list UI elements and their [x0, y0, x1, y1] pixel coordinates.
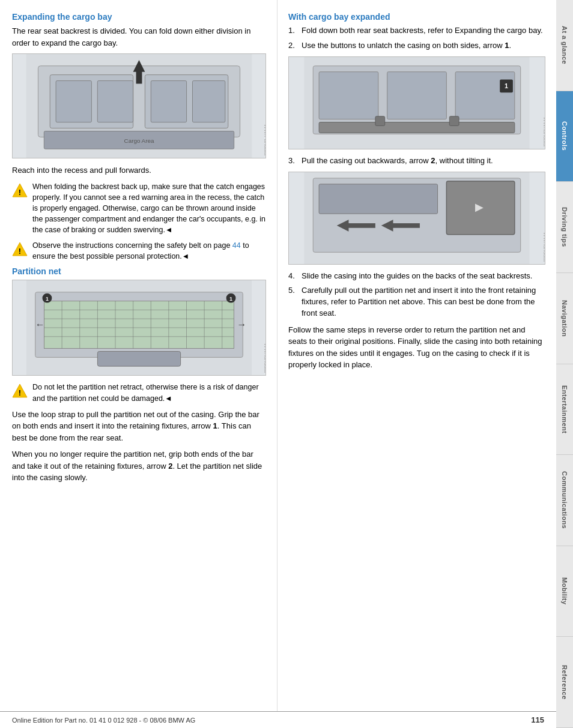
cargo-casing-image-1: 1 WW/fandata	[288, 56, 545, 149]
svg-rect-46	[319, 122, 515, 133]
section-heading-partition: Partition net	[12, 266, 266, 276]
partition-body1: Use the loop strap to pull the partition…	[12, 409, 266, 444]
svg-rect-17	[44, 301, 234, 349]
svg-rect-43	[319, 71, 378, 119]
tab-driving-tips[interactable]: Driving tips	[556, 182, 573, 273]
warning-box-partition: ! Do not let the partition net retract, …	[12, 382, 266, 403]
warning-icon-partition: !	[12, 383, 28, 399]
warning-text-partition: Do not let the partition net retract, ot…	[32, 382, 266, 403]
casing-image2-watermark: WW/fandata	[542, 232, 545, 262]
cargo-casing-image-2: ▶ WW/fandata	[288, 172, 545, 265]
svg-rect-44	[387, 71, 447, 119]
warning-icon-2: !	[12, 241, 28, 257]
side-navigation: At a glance Controls Driving tips Naviga…	[556, 0, 573, 728]
partition-image-watermark: WW/fandata	[263, 343, 266, 373]
warning-box-2: ! Observe the instructions concerning th…	[12, 240, 266, 262]
conclusion-text: Follow the same steps in reverse order t…	[288, 324, 545, 371]
expanding-body1: The rear seat backrest is divided. You c…	[12, 25, 266, 49]
svg-text:!: !	[19, 247, 21, 256]
warning-icon-1: !	[12, 182, 28, 198]
svg-rect-53	[319, 184, 437, 213]
partition-net-image: ← → 1 1 WW/fandata	[12, 280, 266, 376]
svg-text:1: 1	[46, 296, 49, 302]
casing-image1-watermark: WW/fandata	[542, 116, 545, 146]
section-partition-net: Partition net	[12, 266, 266, 483]
section-heading-expanding: Expanding the cargo bay	[12, 12, 266, 22]
svg-rect-38	[97, 352, 180, 367]
svg-rect-7	[192, 80, 225, 122]
svg-text:Cargo Area: Cargo Area	[124, 137, 154, 144]
warning-text-2: Observe the instructions concerning the …	[32, 240, 266, 262]
cargo-bay-image: Cargo Area WW/Fandata	[12, 53, 266, 158]
page-number: 115	[531, 715, 544, 724]
page-columns: Expanding the cargo bay The rear seat ba…	[0, 0, 556, 711]
svg-rect-5	[97, 80, 133, 122]
warning-box-1: ! When folding the backrest back up, mak…	[12, 181, 266, 236]
tab-entertainment[interactable]: Entertainment	[556, 364, 573, 456]
right-column: With cargo bay expanded 1. Fold down bot…	[277, 0, 556, 711]
tab-navigation[interactable]: Navigation	[556, 273, 573, 364]
svg-text:→: →	[237, 319, 246, 329]
svg-text:←: ←	[35, 319, 45, 329]
svg-text:!: !	[19, 388, 21, 397]
tab-mobility[interactable]: Mobility	[556, 546, 573, 637]
steps-list-3: 4. Slide the casing into the guides on t…	[288, 271, 545, 319]
tab-reference[interactable]: Reference	[556, 637, 573, 728]
tab-at-a-glance[interactable]: At a glance	[556, 0, 573, 91]
steps-list-2: 3. Pull the casing out backwards, arrow …	[288, 155, 545, 167]
step-3: 3. Pull the casing out backwards, arrow …	[288, 155, 545, 167]
svg-text:▶: ▶	[475, 201, 484, 213]
steps-list: 1. Fold down both rear seat backrests, r…	[288, 25, 545, 52]
tab-controls[interactable]: Controls	[556, 91, 573, 182]
svg-rect-4	[56, 80, 91, 122]
step-4: 4. Slide the casing into the guides on t…	[288, 271, 545, 282]
step-5: 5. Carefully pull out the partition net …	[288, 285, 545, 319]
svg-rect-49	[375, 116, 385, 125]
svg-text:!: !	[19, 188, 21, 197]
caption-recess: Reach into the recess and pull forwards.	[12, 164, 266, 176]
svg-rect-45	[455, 71, 515, 119]
footer-text: Online Edition for Part no. 01 41 0 012 …	[12, 717, 195, 724]
svg-text:1: 1	[505, 82, 508, 89]
section-heading-cargo-expanded: With cargo bay expanded	[288, 12, 545, 22]
step-1: 1. Fold down both rear seat backrests, r…	[288, 25, 545, 37]
svg-rect-50	[449, 116, 459, 125]
main-content: Expanding the cargo bay The rear seat ba…	[0, 0, 556, 728]
tab-communications[interactable]: Communications	[556, 455, 573, 546]
page-44-link[interactable]: 44	[232, 241, 241, 250]
image-watermark: WW/Fandata	[263, 124, 266, 155]
warning-text-1: When folding the backrest back up, make …	[32, 181, 266, 236]
section-expanding-cargo: Expanding the cargo bay The rear seat ba…	[12, 12, 266, 262]
left-column: Expanding the cargo bay The rear seat ba…	[0, 0, 277, 711]
svg-rect-6	[151, 80, 186, 122]
svg-text:1: 1	[229, 296, 232, 302]
partition-body2: When you no longer require the partition…	[12, 448, 266, 484]
section-cargo-expanded: With cargo bay expanded 1. Fold down bot…	[288, 12, 545, 371]
page-footer: Online Edition for Part no. 01 41 0 012 …	[0, 711, 556, 728]
step-2: 2. Use the buttons to unlatch the casing…	[288, 40, 545, 52]
